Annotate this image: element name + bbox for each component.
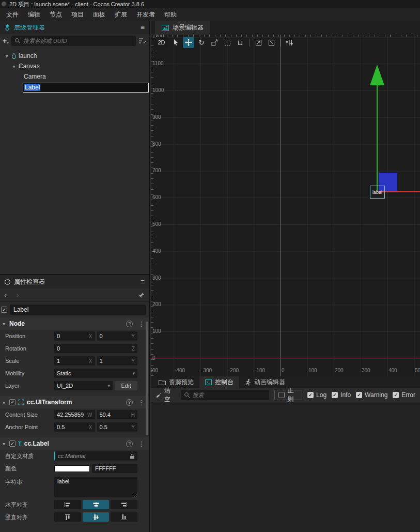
menu-project[interactable]: 项目 — [67, 8, 88, 21]
filter-info[interactable]: ✓ Info — [332, 391, 351, 399]
hierarchy-searchbox — [11, 36, 136, 46]
align-center-icon — [92, 502, 100, 507]
content-size-h-field[interactable]: 50.4 H — [97, 410, 138, 419]
anchor-x-field[interactable]: 0.5 X — [54, 422, 95, 432]
anchor-y-field[interactable]: 0.5 Y — [97, 422, 138, 432]
ruler-label: 500 — [152, 221, 168, 227]
node-active-checkbox[interactable]: ✓ — [1, 307, 7, 313]
section-menu-icon[interactable]: ⋮ — [138, 440, 145, 448]
custom-material-field[interactable]: cc.Material — [54, 451, 137, 461]
filter-icon[interactable] — [138, 38, 146, 44]
valign-top-button[interactable] — [54, 512, 81, 522]
valign-bottom-button[interactable] — [111, 512, 137, 522]
collapse-arrow-icon[interactable]: ▾ — [1, 441, 7, 447]
valign-middle-button[interactable] — [83, 512, 110, 522]
section-menu-icon[interactable]: ⋮ — [138, 320, 145, 328]
section-menu-icon[interactable]: ⋮ — [138, 399, 145, 406]
hierarchy-title: 层级管理器 — [14, 23, 45, 32]
rect-tool-button[interactable] — [222, 37, 233, 48]
color-swatch[interactable] — [54, 465, 90, 472]
select-tool-button[interactable] — [170, 37, 181, 48]
menu-panel[interactable]: 面板 — [88, 8, 110, 21]
tab-animation-editor[interactable]: 动画编辑器 — [239, 376, 291, 388]
align-left-button[interactable] — [54, 500, 81, 509]
info-checkbox[interactable]: ✓ — [332, 392, 338, 398]
position-x-field[interactable]: 0 X — [54, 331, 95, 341]
rotation-row: Rotation 0 Z — [0, 342, 149, 355]
menu-edit[interactable]: 编辑 — [23, 8, 45, 21]
history-back-icon[interactable]: ‹ — [4, 291, 7, 300]
inspector-menu-icon[interactable]: ≡ — [141, 278, 145, 286]
tab-label: 控制台 — [215, 378, 234, 387]
rotation-z-field[interactable]: 0 Z — [54, 344, 137, 353]
scale-y-field[interactable]: 1 Y — [97, 356, 138, 366]
tree-item-canvas[interactable]: ▾ Canvas — [0, 61, 149, 71]
console-output-area[interactable] — [151, 402, 420, 532]
anchor-tool-button[interactable]: ⊔ — [235, 37, 246, 48]
gizmo-settings-button[interactable] — [284, 37, 295, 48]
scale-x-field[interactable]: 1 X — [54, 356, 95, 366]
expand-arrow-icon[interactable]: ▾ — [11, 64, 17, 69]
position-y-field[interactable]: 0 Y — [97, 331, 138, 341]
error-checkbox[interactable]: ✓ — [393, 392, 399, 398]
tab-scene-editor[interactable]: 场景编辑器 — [155, 21, 210, 35]
clear-console-button[interactable]: 清空 — [155, 386, 176, 404]
uitransform-enabled-checkbox[interactable]: ✓ — [9, 399, 15, 405]
regex-checkbox[interactable] — [278, 392, 285, 398]
history-forward-icon[interactable]: › — [16, 291, 19, 300]
help-icon[interactable]: ? — [126, 399, 133, 406]
move-tool-button[interactable] — [183, 37, 194, 48]
rename-input[interactable]: Label — [23, 83, 149, 93]
mode-2d-button[interactable]: 2D — [154, 37, 168, 48]
warning-checkbox[interactable]: ✓ — [356, 392, 362, 398]
align-right-button[interactable] — [111, 500, 137, 509]
cclabel-section-header[interactable]: ▾ ✓ T cc.Label ? ⋮ — [0, 437, 149, 450]
content-size-w-field[interactable]: 42.255859 W — [54, 410, 95, 419]
regex-toggle[interactable]: 正则 — [274, 390, 303, 400]
tree-item-label: Camera — [24, 73, 46, 80]
collapse-arrow-icon[interactable]: ▾ — [1, 400, 7, 405]
tree-item-launch[interactable]: ▾ launch — [0, 51, 149, 61]
create-node-button[interactable]: +▾ — [3, 37, 9, 45]
node-section-header[interactable]: ▾ Node ? ⋮ — [0, 317, 149, 330]
layer-dropdown[interactable]: UI_2D ▾ — [54, 381, 113, 390]
inspector-scrollbar[interactable] — [146, 322, 148, 435]
menu-extension[interactable]: 扩展 — [110, 8, 132, 21]
filter-log[interactable]: ✓ Log — [307, 391, 326, 399]
pin-icon[interactable] — [138, 292, 145, 298]
gizmo-y-arrowhead[interactable] — [370, 65, 384, 85]
scene-viewport[interactable]: 1200 1100 1000 900 800 700 600 500 400 3… — [151, 35, 420, 376]
scale-tool-button[interactable] — [209, 37, 220, 48]
align-center-button[interactable] — [83, 500, 110, 509]
node-name-field[interactable]: Label — [10, 305, 146, 315]
filter-error[interactable]: ✓ Error — [393, 391, 415, 399]
menu-node[interactable]: 节点 — [45, 8, 67, 21]
cclabel-enabled-checkbox[interactable]: ✓ — [9, 440, 15, 447]
selected-node-bounds[interactable]: label — [370, 186, 385, 199]
transform-snap-button[interactable] — [266, 37, 277, 48]
log-checkbox[interactable]: ✓ — [307, 392, 314, 398]
uitransform-section-header[interactable]: ▾ ✓ cc.UITransform ? ⋮ — [0, 396, 149, 408]
tab-console[interactable]: 控制台 — [199, 376, 239, 388]
section-title: cc.UITransform — [27, 399, 72, 406]
help-icon[interactable]: ? — [126, 440, 133, 447]
mobility-dropdown[interactable]: Static ▾ — [54, 369, 137, 378]
color-hex-field[interactable]: FFFFFF — [92, 464, 137, 473]
tree-item-camera[interactable]: Camera — [0, 71, 149, 82]
menu-developer[interactable]: 开发者 — [132, 8, 160, 21]
console-search-input[interactable] — [193, 392, 266, 398]
filter-warning[interactable]: ✓ Warning — [356, 391, 387, 399]
ruler-label: 0 — [282, 368, 285, 373]
collapse-arrow-icon[interactable]: ▾ — [1, 321, 7, 327]
hierarchy-search-input[interactable] — [23, 38, 133, 44]
rotate-tool-button[interactable]: ↻ — [196, 37, 207, 48]
expand-arrow-icon[interactable]: ▾ — [4, 53, 9, 59]
hierarchy-menu-icon[interactable]: ≡ — [141, 23, 145, 32]
gizmo-y-axis[interactable] — [377, 84, 378, 192]
menu-help[interactable]: 帮助 — [160, 8, 181, 21]
snap-tool-button[interactable] — [253, 37, 264, 48]
string-textarea[interactable]: label — [54, 477, 137, 497]
menu-file[interactable]: 文件 — [2, 8, 23, 21]
help-icon[interactable]: ? — [126, 321, 133, 327]
layer-edit-button[interactable]: Edit — [115, 381, 137, 390]
